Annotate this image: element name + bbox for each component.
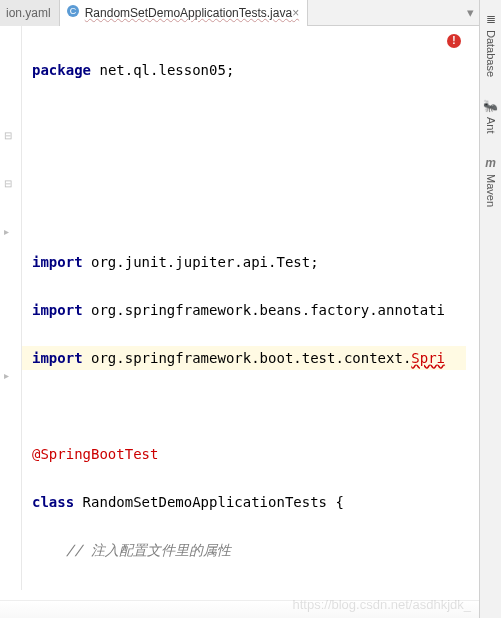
keyword: import <box>32 350 83 366</box>
tab-java-active[interactable]: C RandomSetDemoApplicationTests.java × <box>60 0 308 26</box>
import-path: org.junit.jupiter.api. <box>91 254 276 270</box>
keyword: import <box>32 302 83 318</box>
tool-database[interactable]: ≣ Database <box>483 6 499 83</box>
tool-maven[interactable]: m Maven <box>483 150 499 213</box>
fold-icon[interactable]: ⊟ <box>4 130 12 141</box>
fold-icon[interactable]: ⊟ <box>4 178 12 189</box>
tab-label: RandomSetDemoApplicationTests.java <box>85 6 292 20</box>
import-path: org.springframework.boot.test.context. <box>91 350 411 366</box>
import-class-error: Spri <box>411 350 445 366</box>
svg-text:C: C <box>69 6 76 16</box>
close-icon[interactable]: × <box>292 6 299 20</box>
run-icon[interactable]: ▸ <box>4 370 9 381</box>
java-class-icon: C <box>66 4 80 21</box>
keyword: package <box>32 62 91 78</box>
comment: // 注入配置文件里的属性 <box>66 542 231 558</box>
annotation-springboottest: @SpringBootTest <box>32 446 158 462</box>
tool-label: Database <box>485 30 497 77</box>
watermark: https://blog.csdn.net/asdhkjdk_ <box>292 597 471 612</box>
right-toolwindow-bar: ≣ Database 🐜 Ant m Maven <box>479 0 501 618</box>
tool-label: Maven <box>485 174 497 207</box>
editor-area: ⊟ ⊟ ▸ ▸ package net.ql.lesson05; import … <box>0 26 501 590</box>
class-decl: RandomSetDemoApplicationTests { <box>83 494 344 510</box>
tab-label: ion.yaml <box>6 6 51 20</box>
import-path: org.springframework.beans.factory.annota… <box>91 302 445 318</box>
tab-yaml[interactable]: ion.yaml <box>0 0 60 26</box>
import-class: Test <box>276 254 310 270</box>
database-icon: ≣ <box>486 12 496 26</box>
keyword: import <box>32 254 83 270</box>
tool-label: Ant <box>485 117 497 134</box>
error-badge-icon[interactable]: ! <box>447 34 461 48</box>
editor-tabs: ion.yaml C RandomSetDemoApplicationTests… <box>0 0 501 26</box>
code-content[interactable]: package net.ql.lesson05; import org.juni… <box>22 26 489 590</box>
keyword: class <box>32 494 74 510</box>
ant-icon: 🐜 <box>483 99 498 113</box>
maven-icon: m <box>485 156 496 170</box>
pin-icon[interactable]: ▾ <box>467 5 474 20</box>
tool-ant[interactable]: 🐜 Ant <box>481 93 500 140</box>
gutter: ⊟ ⊟ ▸ ▸ <box>0 26 22 590</box>
run-icon[interactable]: ▸ <box>4 226 9 237</box>
package-name: net.ql.lesson05; <box>99 62 234 78</box>
